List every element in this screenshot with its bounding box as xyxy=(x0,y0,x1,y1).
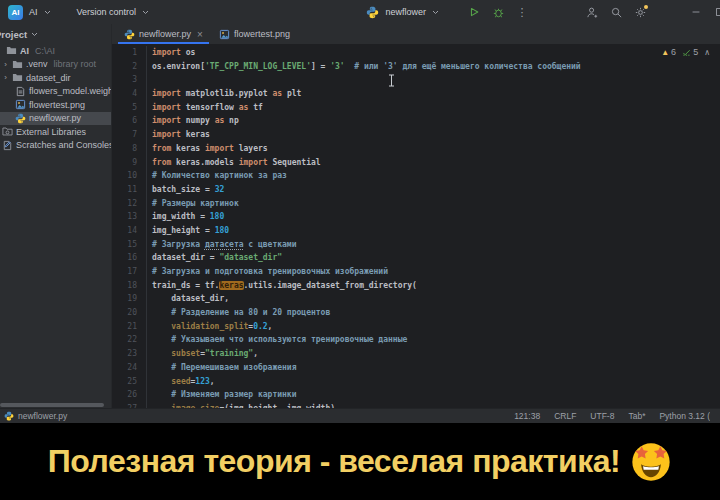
line-number[interactable]: 25 xyxy=(112,375,146,389)
code-line[interactable]: 5import tensorflow as tf xyxy=(112,101,720,115)
chevron-right-icon[interactable]: › xyxy=(2,73,9,82)
line-number[interactable]: 20 xyxy=(112,306,146,320)
line-number[interactable]: 17 xyxy=(112,265,146,279)
code-line[interactable]: 17# Загрузка и подготовка тренировочных … xyxy=(112,265,720,279)
line-number[interactable]: 7 xyxy=(112,128,146,142)
weak-warnings-count[interactable]: 5 xyxy=(682,47,698,57)
line-number[interactable]: 2 xyxy=(112,60,146,74)
project-widget-label[interactable]: AI xyxy=(29,7,38,17)
code-line[interactable]: 11batch_size = 32 xyxy=(112,183,720,197)
tab-flowertest-png[interactable]: flowertest.png xyxy=(211,24,298,44)
code-line[interactable]: 1import os xyxy=(112,46,720,60)
line-number[interactable]: 5 xyxy=(112,101,146,115)
toolbar-right: newflower ⋮ xyxy=(366,3,720,21)
code-line[interactable]: 19 dataset_dir, xyxy=(112,292,720,306)
code-line[interactable]: 18train_ds = tf.keras.utils.image_datase… xyxy=(112,279,720,293)
code-line[interactable]: 23 subset="training", xyxy=(112,347,720,361)
code-line[interactable]: 20 # Разделение на 80 и 20 процентов xyxy=(112,306,720,320)
line-number[interactable]: 23 xyxy=(112,347,146,361)
project-avatar[interactable]: AI xyxy=(8,5,23,20)
code-line[interactable]: 13img_width = 180 xyxy=(112,210,720,224)
tree-item-flowertest-png[interactable]: flowertest.png xyxy=(0,98,111,112)
collapse-widget-chevron[interactable]: ∧ xyxy=(704,48,710,57)
line-number[interactable]: 13 xyxy=(112,210,146,224)
line-number[interactable]: 21 xyxy=(112,320,146,334)
line-number[interactable]: 8 xyxy=(112,142,146,156)
code-line[interactable]: 10# Количество картинок за раз xyxy=(112,169,720,183)
run-button[interactable] xyxy=(465,3,483,21)
settings-button[interactable] xyxy=(631,3,649,21)
code-with-me-button[interactable] xyxy=(583,3,601,21)
search-everywhere-button[interactable] xyxy=(607,3,625,21)
line-number[interactable]: 16 xyxy=(112,251,146,265)
minimize-button[interactable] xyxy=(687,3,705,21)
tree-item-flowers-model-weights-h5[interactable]: flowers_model.weights.h5 xyxy=(0,85,111,99)
line-number[interactable]: 18 xyxy=(112,279,146,293)
vcs-widget-label[interactable]: Version control xyxy=(77,7,137,17)
code-line[interactable]: 7import keras xyxy=(112,128,720,142)
line-number[interactable]: 14 xyxy=(112,224,146,238)
line-number[interactable]: 4 xyxy=(112,87,146,101)
tree-item-label: .venv xyxy=(26,59,48,69)
code-text: # Разделение на 80 и 20 процентов xyxy=(146,306,720,320)
chevron-right-icon[interactable]: › xyxy=(2,60,9,69)
line-number[interactable]: 6 xyxy=(112,114,146,128)
status-encoding[interactable]: UTF-8 xyxy=(590,411,614,421)
status-interpreter[interactable]: Python 3.12 ( xyxy=(659,411,710,421)
tree-item-ai[interactable]: AIC:\AI xyxy=(0,44,111,58)
line-number[interactable]: 1 xyxy=(112,46,146,60)
close-icon[interactable]: × xyxy=(197,29,203,40)
line-number[interactable]: 27 xyxy=(112,402,146,408)
navigation-breadcrumb[interactable]: newflower.py xyxy=(4,411,67,421)
line-number[interactable]: 11 xyxy=(112,183,146,197)
maximize-button[interactable] xyxy=(711,3,720,21)
code-line[interactable]: 24 # Перемешиваем изображения xyxy=(112,361,720,375)
breadcrumb-file-name[interactable]: newflower.py xyxy=(18,411,67,421)
code-text: validation_split=0.2, xyxy=(146,320,720,334)
code-line[interactable]: 14img_height = 180 xyxy=(112,224,720,238)
status-indent[interactable]: Tab* xyxy=(628,411,645,421)
star-struck-emoji xyxy=(630,441,672,483)
tab-newflower-py[interactable]: newflower.py× xyxy=(116,24,211,44)
debug-button[interactable] xyxy=(489,3,507,21)
line-number[interactable]: 19 xyxy=(112,292,146,306)
tree-item-venv[interactable]: ›.venvlibrary root xyxy=(0,58,111,72)
code-line[interactable]: 6import numpy as np xyxy=(112,114,720,128)
line-number[interactable]: 3 xyxy=(112,73,146,87)
code-line[interactable]: 16dataset_dir = "dataset_dir" xyxy=(112,251,720,265)
status-line-ending[interactable]: CRLF xyxy=(554,411,576,421)
status-caret-position[interactable]: 121:38 xyxy=(514,411,540,421)
line-number[interactable]: 26 xyxy=(112,388,146,402)
code-text: train_ds = tf.keras.utils.image_dataset_… xyxy=(146,279,720,293)
code-line[interactable]: 2os.environ['TF_CPP_MIN_LOG_LEVEL'] = '3… xyxy=(112,60,720,74)
code-line[interactable]: 27 image_size=(img_height, img_width), xyxy=(112,402,720,408)
tree-item-dataset-dir[interactable]: ›dataset_dir xyxy=(0,71,111,85)
code-line[interactable]: 9from keras.models import Sequential xyxy=(112,156,720,170)
project-panel-header[interactable]: Project xyxy=(0,24,111,44)
line-number[interactable]: 10 xyxy=(112,169,146,183)
code-line[interactable]: 25 seed=123, xyxy=(112,375,720,389)
code-line[interactable]: 8from keras import layers xyxy=(112,142,720,156)
tree-item-scratches-and-consoles[interactable]: Scratches and Consoles xyxy=(0,139,111,153)
code-editor[interactable]: 1import os2os.environ['TF_CPP_MIN_LOG_LE… xyxy=(112,44,720,408)
code-line[interactable]: 21 validation_split=0.2, xyxy=(112,320,720,334)
code-line[interactable]: 26 # Изменяем размер картинки xyxy=(112,388,720,402)
code-line[interactable]: 12# Размеры картинок xyxy=(112,197,720,211)
line-number[interactable]: 12 xyxy=(112,197,146,211)
more-actions-button[interactable]: ⋮ xyxy=(513,3,531,21)
panel-horizontal-scrollbar[interactable] xyxy=(0,403,104,407)
line-number[interactable]: 24 xyxy=(112,361,146,375)
code-line[interactable]: 3 xyxy=(112,73,720,87)
tree-item-newflower-py[interactable]: newflower.py xyxy=(0,112,111,126)
warnings-count[interactable]: ▲ 6 xyxy=(661,47,676,57)
code-line[interactable]: 4import matplotlib.pyplot as plt xyxy=(112,87,720,101)
tree-item-external-libraries[interactable]: External Libraries xyxy=(0,125,111,139)
inspections-widget[interactable]: ▲ 6 5 ∧ xyxy=(661,47,710,57)
code-text: # Количество картинок за раз xyxy=(146,169,720,183)
run-configuration-selector[interactable]: newflower xyxy=(385,7,426,17)
line-number[interactable]: 9 xyxy=(112,156,146,170)
line-number[interactable]: 22 xyxy=(112,333,146,347)
code-line[interactable]: 15# Загрузка датасета с цветками xyxy=(112,238,720,252)
code-line[interactable]: 22 # Указываем что используются трениров… xyxy=(112,333,720,347)
line-number[interactable]: 15 xyxy=(112,238,146,252)
